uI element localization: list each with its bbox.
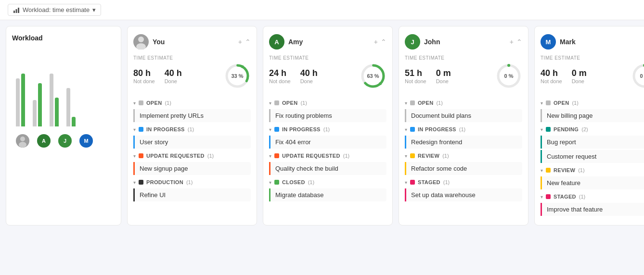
task-item[interactable]: Document build plans	[405, 109, 522, 122]
section-header-amy-1[interactable]: ▾ IN PROGRESS (1)	[269, 124, 386, 134]
section-header-you-3[interactable]: ▾ PRODUCTION (1)	[133, 176, 251, 187]
main-content: Workload	[0, 20, 644, 231]
header-actions-you[interactable]: + ⌃	[238, 38, 251, 46]
person-info-you: You	[133, 34, 165, 50]
person-name-amy: Amy	[288, 38, 303, 46]
bar-you-gray	[16, 78, 20, 126]
task-item[interactable]: Implement pretty URLs	[133, 109, 251, 122]
te-not-done-mark: 40 h Not done	[541, 68, 562, 84]
task-item[interactable]: Fix routing problems	[269, 109, 386, 122]
add-icon-you[interactable]: +	[238, 38, 242, 46]
section-count: (1)	[308, 179, 314, 185]
person-col-mark: M Mark + ⌃ TIME ESTIMATE 40 h Not done 0…	[534, 26, 644, 225]
section-header-john-3[interactable]: ▾ STAGED (1)	[405, 176, 522, 187]
donut-mark: 0 %	[631, 62, 644, 89]
task-item[interactable]: Set up data warehouse	[405, 188, 522, 201]
section-header-mark-2[interactable]: ▾ REVIEW (1)	[541, 164, 644, 175]
task-label: Fix 404 error	[275, 138, 311, 146]
collapse-icon-john[interactable]: ⌃	[516, 38, 522, 46]
sections-you: ▾ OPEN (1) Implement pretty URLs ▾	[133, 97, 251, 201]
chevron-icon: ▾	[133, 153, 136, 159]
section-header-mark-0[interactable]: ▾ OPEN (1)	[541, 97, 644, 108]
section-count: (1)	[323, 126, 330, 132]
person-info-mark: M Mark	[541, 34, 576, 50]
section-name: CLOSED	[282, 179, 305, 185]
you-avatar-img	[16, 134, 29, 148]
bar-mark-green	[72, 117, 76, 126]
task-item[interactable]: Redesign frontend	[405, 136, 522, 149]
section-header-amy-2[interactable]: ▾ UPDATE REQUESTED (1)	[269, 150, 386, 161]
section-count: (1)	[436, 100, 442, 106]
chevron-icon: ▾	[541, 194, 543, 200]
svg-rect-1	[16, 9, 17, 13]
task-item[interactable]: Quality check the build	[269, 162, 386, 175]
donut-label-amy: 63 %	[367, 73, 379, 79]
section-dot	[410, 100, 415, 105]
section-header-you-0[interactable]: ▾ OPEN (1)	[133, 97, 251, 108]
section-header-john-2[interactable]: ▾ REVIEW (1)	[405, 150, 522, 161]
workload-button[interactable]: Workload: time estimate ▾	[8, 4, 101, 16]
workload-sidebar: Workload	[6, 26, 121, 225]
section-dot	[546, 127, 551, 132]
task-item[interactable]: New feature	[541, 176, 644, 189]
svg-rect-0	[13, 11, 15, 13]
avatar-row: A J M	[12, 134, 115, 148]
workload-title: Workload	[12, 34, 115, 42]
section-you-2: ▾ UPDATE REQUESTED (1) New signup page	[133, 150, 251, 175]
header-actions-amy[interactable]: + ⌃	[374, 38, 386, 46]
chart-icon	[13, 7, 20, 13]
chevron-down-icon: ▾	[92, 6, 96, 13]
section-amy-2: ▾ UPDATE REQUESTED (1) Quality check the…	[269, 150, 386, 175]
section-header-amy-0[interactable]: ▾ OPEN (1)	[269, 97, 386, 108]
section-dot	[139, 127, 143, 132]
add-icon-amy[interactable]: +	[374, 38, 378, 46]
task-item[interactable]: Refine UI	[133, 188, 251, 201]
section-amy-3: ▾ CLOSED (1) Migrate database	[269, 176, 386, 201]
collapse-icon-you[interactable]: ⌃	[245, 38, 251, 46]
section-name: IN PROGRESS	[282, 126, 321, 132]
section-header-mark-1[interactable]: ▾ PENDING (2)	[541, 124, 644, 134]
header-actions-john[interactable]: + ⌃	[510, 38, 522, 46]
section-dot	[139, 100, 143, 105]
section-dot	[139, 153, 143, 158]
bar-you-green	[21, 74, 25, 126]
te-section-you: 80 h Not done 40 h Done 33 %	[133, 62, 251, 89]
task-label: Implement pretty URLs	[140, 112, 204, 119]
section-header-mark-3[interactable]: ▾ STAGED (1)	[541, 191, 644, 201]
donut-amy: 63 %	[360, 62, 386, 89]
task-item[interactable]: Fix 404 error	[269, 136, 386, 149]
bar-group-mark	[66, 64, 76, 126]
task-item[interactable]: Improve that feature	[541, 203, 644, 216]
task-item[interactable]: New signup page	[133, 162, 251, 175]
te-label-john: TIME ESTIMATE	[405, 55, 522, 61]
person-header-john: J John + ⌃	[405, 34, 522, 50]
bar-amy-gray	[33, 100, 37, 126]
task-label: Set up data warehouse	[411, 191, 476, 199]
task-item[interactable]: Bug report	[541, 136, 644, 149]
section-header-amy-3[interactable]: ▾ CLOSED (1)	[269, 176, 386, 187]
chevron-icon: ▾	[133, 127, 136, 132]
section-header-john-0[interactable]: ▾ OPEN (1)	[405, 97, 522, 108]
section-name: REVIEW	[418, 153, 439, 159]
section-dot	[546, 168, 551, 173]
task-item[interactable]: Customer request	[541, 150, 644, 163]
task-item[interactable]: New billing page	[541, 109, 644, 122]
avatar-amy-small: A	[37, 134, 51, 148]
section-name: PENDING	[554, 126, 579, 132]
task-item[interactable]: User story	[133, 136, 251, 149]
person-col-you: You + ⌃ TIME ESTIMATE 80 h Not done 40 h…	[127, 26, 257, 225]
donut-john: 0 %	[495, 62, 522, 89]
task-item[interactable]: Migrate database	[269, 188, 386, 201]
collapse-icon-amy[interactable]: ⌃	[381, 38, 386, 46]
section-header-you-1[interactable]: ▾ IN PROGRESS (1)	[133, 124, 251, 134]
svg-point-9	[241, 65, 244, 68]
section-header-you-2[interactable]: ▾ UPDATE REQUESTED (1)	[133, 150, 251, 161]
avatar-amy: A	[269, 34, 284, 50]
te-label-you: TIME ESTIMATE	[133, 55, 251, 61]
donut-label-john: 0 %	[504, 73, 514, 79]
bar-amy-green	[38, 83, 42, 126]
task-item[interactable]: Refactor some code	[405, 162, 522, 175]
add-icon-john[interactable]: +	[510, 38, 514, 46]
section-header-john-1[interactable]: ▾ IN PROGRESS (1)	[405, 124, 522, 134]
te-not-done-you: 80 h Not done	[133, 68, 155, 84]
